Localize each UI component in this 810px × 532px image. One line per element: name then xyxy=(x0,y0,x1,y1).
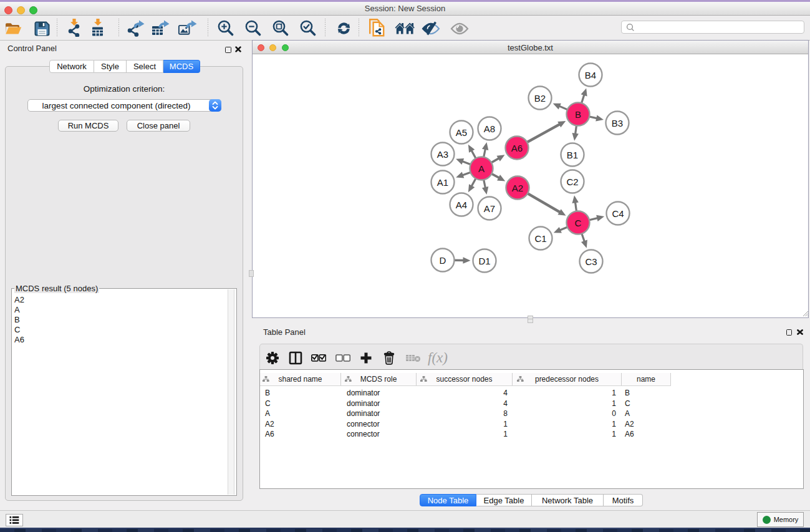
svg-text:B: B xyxy=(575,109,581,120)
svg-text:D: D xyxy=(440,255,446,266)
svg-text:A4: A4 xyxy=(456,200,467,210)
svg-text:C3: C3 xyxy=(585,256,597,267)
svg-text:B1: B1 xyxy=(567,150,578,160)
svg-text:B4: B4 xyxy=(585,70,596,80)
svg-text:C2: C2 xyxy=(566,177,578,187)
svg-text:D1: D1 xyxy=(478,256,490,266)
svg-text:B2: B2 xyxy=(534,93,546,104)
svg-text:A8: A8 xyxy=(484,123,495,134)
svg-text:A2: A2 xyxy=(512,183,523,193)
svg-text:A3: A3 xyxy=(437,149,448,160)
svg-text:A1: A1 xyxy=(437,177,448,188)
svg-text:A6: A6 xyxy=(511,143,523,153)
svg-text:C1: C1 xyxy=(534,233,546,244)
svg-text:B3: B3 xyxy=(612,118,623,128)
svg-text:A: A xyxy=(478,163,485,174)
svg-text:A5: A5 xyxy=(456,127,467,138)
svg-text:C: C xyxy=(575,218,582,228)
svg-text:C4: C4 xyxy=(612,208,624,219)
svg-text:A7: A7 xyxy=(484,203,495,214)
